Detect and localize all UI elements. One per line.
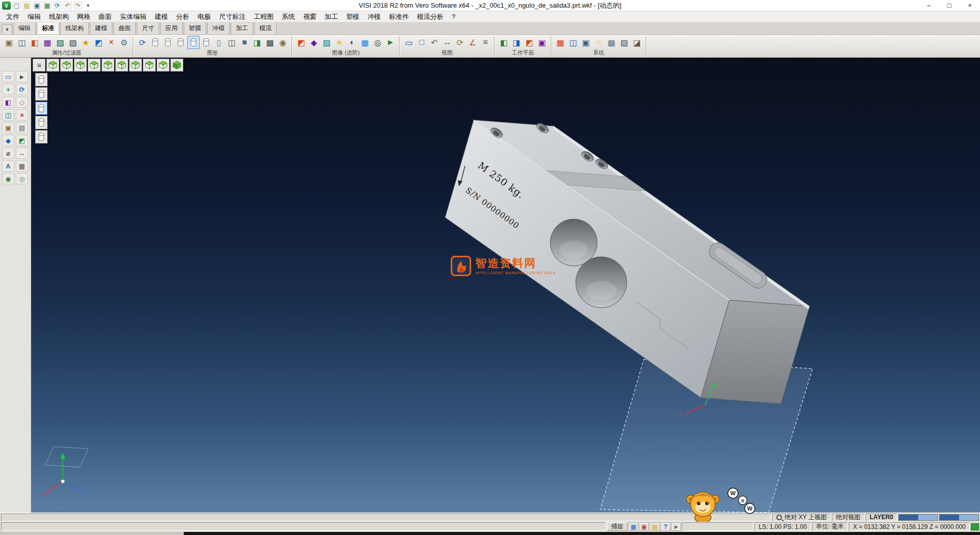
- tab-1[interactable]: 标准: [37, 22, 59, 34]
- view-filter-button-5[interactable]: [35, 130, 47, 143]
- attributes-edit-icon[interactable]: ▣: [3, 36, 15, 49]
- light-toggle-icon[interactable]: ○: [593, 36, 605, 49]
- workplane-manager-icon[interactable]: ▣: [536, 36, 548, 49]
- filter-invert-icon[interactable]: ◩: [92, 36, 105, 49]
- view-shaded-cube-icon[interactable]: [170, 59, 183, 71]
- extend-icon[interactable]: ▤: [16, 122, 28, 133]
- view-filter-button-2[interactable]: [35, 87, 47, 101]
- view-iso-icon[interactable]: [46, 59, 59, 71]
- maximize-button[interactable]: □: [939, 0, 960, 11]
- wireframe-view-icon[interactable]: [149, 36, 161, 49]
- menu-item-10[interactable]: 工程图: [250, 11, 278, 22]
- selection-options-icon[interactable]: ▣: [580, 36, 592, 49]
- redraw-icon[interactable]: ⟳: [136, 36, 149, 49]
- redo-icon[interactable]: ↷: [74, 1, 82, 10]
- tab-4[interactable]: 曲面: [113, 22, 136, 34]
- rotate-entity-icon[interactable]: ◇: [16, 96, 28, 108]
- active-layer-indicator[interactable]: LAYER0: [866, 514, 897, 521]
- menu-item-7[interactable]: 分析: [172, 11, 193, 22]
- menu-item-2[interactable]: 线架构: [45, 11, 73, 22]
- tab-2[interactable]: 线架构: [60, 22, 89, 34]
- view-filter-button-4[interactable]: [35, 116, 47, 129]
- tab-7[interactable]: 塑膜: [184, 22, 206, 34]
- shadows-icon[interactable]: ◐: [346, 36, 358, 49]
- 3d-scene[interactable]: M 250 kg. S/N 00000000 x: [31, 58, 980, 513]
- monitor-icon[interactable]: ◫: [567, 36, 579, 49]
- menu-item-3[interactable]: 网格: [73, 11, 94, 22]
- draft-view-icon[interactable]: ▯: [213, 36, 225, 49]
- lighting-icon[interactable]: ☀: [333, 36, 346, 49]
- tab-dropdown-icon[interactable]: ▼: [2, 25, 12, 34]
- undo-icon[interactable]: ↶: [63, 1, 72, 10]
- multi-view-icon[interactable]: ◫: [226, 36, 238, 49]
- view-lock-indicator[interactable]: 绝对 XY 上视图: [772, 514, 830, 521]
- pan-view-icon[interactable]: ↔: [441, 36, 453, 49]
- transparent-view-icon[interactable]: [200, 36, 212, 49]
- measure-icon[interactable]: ⌀: [2, 148, 14, 159]
- view-filter-button-1[interactable]: [35, 73, 47, 86]
- perspective-icon[interactable]: ◪: [631, 36, 643, 49]
- view-top-icon[interactable]: [60, 59, 73, 71]
- trim-icon[interactable]: ▣: [2, 122, 14, 133]
- textures-icon[interactable]: ▨: [321, 36, 333, 49]
- display-pair-icon[interactable]: ◨: [251, 36, 263, 49]
- open-file-icon[interactable]: ▤: [22, 1, 31, 10]
- rotate-view-icon[interactable]: ⟳: [454, 36, 466, 49]
- close-button[interactable]: ×: [960, 0, 980, 11]
- view-normal-icon[interactable]: ∠: [467, 36, 479, 49]
- quick-access-dropdown-icon[interactable]: ▼: [84, 3, 92, 8]
- materials-icon[interactable]: ◆: [308, 36, 320, 49]
- animation-icon[interactable]: ►: [384, 36, 397, 49]
- mirror-icon[interactable]: ◧: [2, 96, 14, 108]
- tab-9[interactable]: 加工: [231, 22, 253, 34]
- view-front-icon[interactable]: [74, 59, 87, 71]
- workplane-entity-icon[interactable]: ◨: [510, 36, 523, 49]
- view-left-icon[interactable]: [102, 59, 114, 71]
- tab-3[interactable]: 建模: [90, 22, 112, 34]
- 3d-viewport[interactable]: M 250 kg. S/N 00000000 x ≡: [31, 58, 980, 513]
- zoom-window-icon[interactable]: □: [415, 36, 428, 49]
- environment-icon[interactable]: ▦: [359, 36, 371, 49]
- chamfer-icon[interactable]: ◩: [16, 135, 28, 146]
- filter-settings-icon[interactable]: ⚙: [118, 36, 130, 49]
- menu-item-4[interactable]: 曲面: [94, 11, 116, 22]
- zoom-window-icon[interactable]: ▭: [2, 71, 14, 82]
- menu-item-9[interactable]: 尺寸标注: [215, 11, 250, 22]
- view-back-icon[interactable]: [115, 59, 128, 71]
- shaded-view-icon[interactable]: [175, 36, 187, 49]
- plot-icon[interactable]: ▦: [43, 1, 52, 10]
- tab-6[interactable]: 应用: [160, 22, 183, 34]
- menu-item-12[interactable]: 视窗: [299, 11, 321, 22]
- minimize-button[interactable]: –: [919, 0, 939, 11]
- hatch-icon[interactable]: ▦: [16, 160, 28, 172]
- dimension-icon[interactable]: ↔: [16, 148, 28, 159]
- zoom-extents-icon[interactable]: ▭: [403, 36, 415, 49]
- filter-color-icon[interactable]: ◧: [29, 36, 41, 49]
- filter-element-icon[interactable]: ▨: [67, 36, 79, 49]
- text-icon[interactable]: A: [2, 160, 14, 172]
- fillet-icon[interactable]: ◆: [2, 135, 14, 146]
- menu-item-1[interactable]: 编辑: [23, 11, 45, 22]
- display-settings-icon[interactable]: ▦: [628, 522, 638, 531]
- view-menu-icon[interactable]: ≡: [33, 59, 45, 71]
- view-bottom-icon[interactable]: [129, 59, 142, 71]
- filter-layer-icon[interactable]: ▦: [41, 36, 54, 49]
- error-log-icon[interactable]: ▣: [639, 522, 649, 531]
- tab-5[interactable]: 尺寸: [137, 22, 159, 34]
- snap-toggle-button[interactable]: 捕捉: [607, 522, 627, 531]
- snapshot-icon[interactable]: ◉: [277, 36, 289, 49]
- filter-type-icon[interactable]: ▧: [54, 36, 66, 49]
- tab-0[interactable]: 编辑: [13, 22, 36, 34]
- display-options-icon[interactable]: ▩: [264, 36, 276, 49]
- camera-icon[interactable]: ◎: [372, 36, 384, 49]
- new-document-icon[interactable]: ▢: [12, 1, 21, 10]
- color-table-icon[interactable]: ▦: [554, 36, 567, 49]
- hatch-pattern-icon[interactable]: ▨: [618, 36, 630, 49]
- filter-clear-icon[interactable]: ×: [105, 36, 117, 49]
- help-assist-icon[interactable]: ?: [660, 522, 670, 531]
- workplane-standard-icon[interactable]: ◧: [498, 36, 510, 49]
- menu-item-15[interactable]: 冲模: [363, 11, 385, 22]
- hidden-line-view-icon[interactable]: [162, 36, 174, 49]
- info-icon[interactable]: ◎: [16, 173, 28, 184]
- render-advanced-icon[interactable]: ◩: [295, 36, 307, 49]
